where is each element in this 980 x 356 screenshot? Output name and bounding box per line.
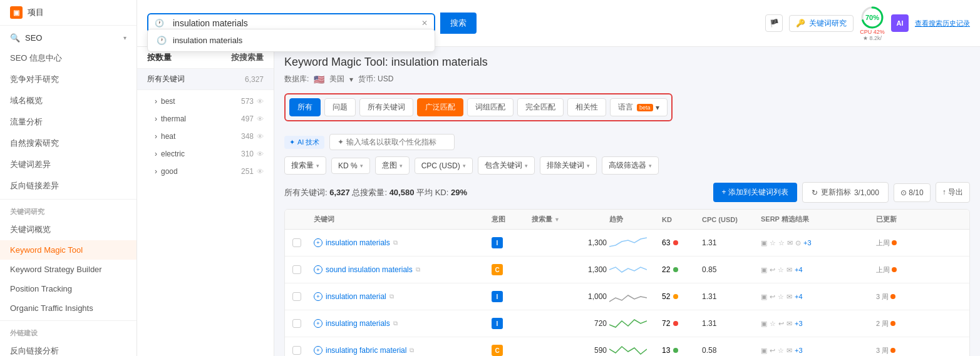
update-metrics-button[interactable]: ↻ 更新指标 3/1,000 (802, 182, 889, 203)
copy-icon[interactable]: ⧉ (416, 266, 420, 273)
volume-cell: 720 (532, 319, 607, 328)
keyword-link[interactable]: insulating materials (326, 319, 390, 328)
kw-group-all-item[interactable]: 所有关键词 6,327 (137, 69, 274, 90)
trend-cell (609, 343, 659, 356)
add-kw-icon[interactable]: + (314, 292, 322, 301)
kw-group-item-label: heat (161, 132, 175, 141)
country-label: 美国 (329, 74, 344, 84)
update-dot (890, 321, 895, 326)
th-trend: 趋势 (609, 215, 659, 224)
count-button[interactable]: ⊙ 8/10 (894, 183, 931, 202)
row-checkbox[interactable] (292, 238, 301, 247)
update-dot (890, 348, 895, 353)
filter-tab-related[interactable]: 相关性 (567, 98, 606, 116)
ai-button[interactable]: AI (891, 14, 909, 32)
sidebar-item-organic-research[interactable]: 自然搜索研究 (0, 133, 137, 154)
row-checkbox[interactable] (292, 265, 301, 274)
copy-icon[interactable]: ⧉ (389, 293, 394, 300)
flag-icon: 🏴 (770, 19, 779, 28)
serp-icon-2: ☆ (770, 320, 776, 328)
filter-include-kw[interactable]: 包含关键词 ▾ (478, 156, 535, 175)
filter-tab-question[interactable]: 问题 (324, 98, 356, 116)
sidebar-item-backlink-gap[interactable]: 反向链接差异 (0, 175, 137, 196)
page-title-keyword: insulation materials (391, 56, 488, 68)
eye-icon: 👁 (257, 150, 264, 158)
row-checkbox[interactable] (292, 319, 301, 328)
kw-group-item-best[interactable]: › best 573 👁 (137, 93, 274, 110)
chevron-icon: ▾ (400, 163, 403, 169)
sidebar-seo-parent[interactable]: 🔍 SEO ▾ (0, 28, 137, 48)
volume-cell: 1,300 (532, 265, 607, 274)
flag-button[interactable]: 🏴 (765, 14, 783, 32)
kw-group-item-heat[interactable]: › heat 348 👁 (137, 128, 274, 145)
add-kw-icon[interactable]: + (314, 319, 322, 328)
add-to-list-button[interactable]: + 添加到关键词列表 (713, 183, 797, 202)
add-kw-icon[interactable]: + (314, 265, 322, 274)
filter-tab-phrase[interactable]: 词组匹配 (467, 98, 513, 116)
sidebar-header: ▣ 项目 (0, 0, 137, 26)
add-kw-icon[interactable]: + (314, 238, 322, 247)
kw-group-item-good[interactable]: › good 251 👁 (137, 163, 274, 180)
copy-icon[interactable]: ⧉ (393, 320, 398, 327)
sidebar-item-domain[interactable]: 域名概览 (0, 90, 137, 111)
copy-icon[interactable]: ⧉ (393, 239, 398, 247)
serp-cell: ▣ ↩ ☆ ✉ +4 (761, 293, 874, 301)
add-kw-icon[interactable]: + (314, 346, 322, 355)
row-checkbox[interactable] (292, 346, 301, 355)
progress-label: 70% (865, 14, 879, 21)
filter-tab-all[interactable]: 所有 (289, 98, 321, 116)
kd-value: 22 (662, 265, 670, 274)
copy-icon[interactable]: ⧉ (410, 347, 414, 354)
filter-tab-exact[interactable]: 完全匹配 (517, 98, 564, 116)
total-kw-label: 所有关键词: (284, 188, 329, 197)
filter-tab-broad[interactable]: 广泛匹配 (417, 98, 463, 116)
filter-search-vol[interactable]: 搜索量 ▾ (284, 156, 326, 175)
sidebar-item-label: 反向链接分析 (10, 345, 59, 356)
table-row: + insulation material ⧉ I 1,000 52 1.31 (285, 283, 969, 310)
sidebar-item-traffic[interactable]: 流量分析 (0, 111, 137, 133)
sidebar-item-backlink-analysis[interactable]: 反向链接分析 (0, 340, 137, 356)
chevron-country-icon[interactable]: ▾ (349, 75, 353, 84)
filter-tab-all-kw[interactable]: 所有关键词 (359, 98, 413, 116)
kw-group-item-label: best (161, 97, 175, 106)
kw-group-item-thermal[interactable]: › thermal 497 👁 (137, 110, 274, 128)
export-button[interactable]: ↑ 导出 (936, 182, 970, 203)
main-panels: 按数量 按搜索量 所有关键词 6,327 › best 573 👁 (137, 47, 980, 356)
page-title-prefix: Keyword Magic Tool: (284, 56, 391, 68)
sidebar-item-label: 域名概览 (10, 95, 43, 106)
filter-cpc[interactable]: CPC (USD) ▾ (415, 158, 473, 174)
sidebar-item-organic-insights[interactable]: Organic Traffic Insights (0, 298, 137, 318)
sidebar-item-seo-info[interactable]: SEO 信息中心 (0, 48, 137, 69)
search-button[interactable]: 搜索 (440, 13, 477, 34)
sidebar-item-kw-strategy[interactable]: Keyword Strategy Builder (0, 260, 137, 279)
keyword-link[interactable]: sound insulation materials (326, 265, 413, 274)
filter-advanced[interactable]: 高级筛选器 ▾ (602, 156, 659, 175)
kw-group-item-electric[interactable]: › electric 310 👁 (137, 145, 274, 163)
th-volume[interactable]: 搜索量 ▼ (532, 215, 607, 224)
keyword-link[interactable]: insulating fabric material (326, 346, 406, 355)
filter-intent[interactable]: 意图 ▾ (375, 156, 410, 175)
sidebar-item-position-tracking[interactable]: Position Tracking (0, 279, 137, 298)
sidebar-item-competitor[interactable]: 竞争对手研究 (0, 69, 137, 90)
sidebar-item-kw-overview[interactable]: 关键词概览 (0, 219, 137, 240)
keyword-link[interactable]: insulation materials (326, 238, 390, 247)
keyword-link[interactable]: insulation material (326, 292, 386, 301)
updated-text: 3 周 (876, 346, 889, 355)
serp-icon-2: ↩ (770, 266, 775, 274)
updated-text: 上周 (876, 265, 890, 275)
filter-exclude-kw[interactable]: 排除关键词 ▾ (540, 156, 597, 175)
kd-cell: 13 (662, 346, 699, 355)
search-history-button[interactable]: 查看搜索历史记录 (915, 19, 970, 28)
search-dropdown-item[interactable]: 🕐 insulation materials (148, 29, 435, 51)
sidebar-item-kw-magic[interactable]: Keyword Magic Tool (0, 240, 137, 260)
row-checkbox[interactable] (292, 292, 301, 301)
kw-research-button[interactable]: 🔑 关键词研究 (789, 15, 854, 32)
kd-value: 13 (662, 346, 670, 355)
filter-tab-lang[interactable]: 语言 beta ▾ (610, 98, 668, 116)
filter-kd[interactable]: KD % ▾ (331, 158, 370, 174)
sidebar-item-kw-gap[interactable]: 关键词差异 (0, 154, 137, 175)
serp-plus: +4 (795, 293, 803, 300)
ai-domain-input[interactable] (329, 134, 455, 150)
expand-icon: › (155, 97, 157, 106)
eye-icon: 👁 (257, 98, 264, 105)
